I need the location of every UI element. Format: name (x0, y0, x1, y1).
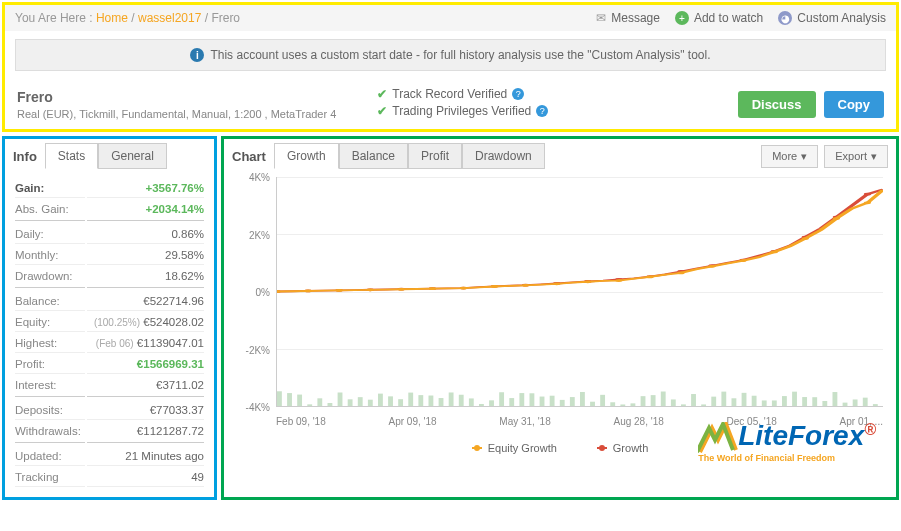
info-panel: Info Stats General Gain:+3567.76% Abs. G… (2, 136, 217, 500)
stat-row: Tracking49 (15, 468, 204, 487)
chevron-down-icon: ▾ (801, 150, 807, 163)
svg-rect-38 (489, 400, 494, 406)
svg-rect-43 (439, 398, 444, 406)
main-row: Info Stats General Gain:+3567.76% Abs. G… (2, 136, 899, 500)
legend-growth: Growth (597, 442, 648, 454)
message-link[interactable]: ✉ Message (596, 11, 660, 25)
tab-stats[interactable]: Stats (45, 143, 98, 169)
svg-rect-45 (418, 395, 423, 406)
stat-row: Highest:(Feb 06) €1139047.01 (15, 334, 204, 353)
svg-point-83 (367, 288, 374, 291)
chart-area: 4K% 2K% 0% -2K% -4K% Feb 09, '18 Apr 09,… (232, 177, 888, 437)
account-row: Frero Real (EUR), Tickmill, Fundamental,… (5, 79, 896, 129)
svg-rect-58 (287, 393, 292, 406)
svg-rect-51 (358, 397, 363, 406)
svg-point-89 (553, 282, 560, 285)
gain-row: Gain:+3567.76% (15, 179, 204, 198)
account-details: Real (EUR), Tickmill, Fundamental, Manua… (17, 108, 377, 120)
export-button[interactable]: Export ▾ (824, 145, 888, 168)
svg-point-82 (336, 289, 343, 292)
svg-rect-33 (540, 397, 545, 406)
svg-rect-55 (317, 398, 322, 406)
svg-rect-29 (580, 392, 585, 406)
info-icon: i (190, 48, 204, 62)
breadcrumb-user[interactable]: wassel2017 (138, 11, 201, 25)
svg-rect-8 (792, 392, 797, 406)
svg-rect-9 (782, 396, 787, 406)
stat-row: Withdrawals:€1121287.72 (15, 422, 204, 443)
svg-rect-4 (833, 392, 838, 406)
svg-rect-20 (671, 399, 676, 406)
svg-point-93 (677, 272, 684, 275)
notice-text: This account uses a custom start date - … (210, 48, 710, 62)
chart-tabs: Growth Balance Profit Drawdown (274, 143, 545, 169)
plus-icon: + (675, 11, 689, 25)
svg-rect-17 (701, 404, 706, 406)
svg-point-98 (833, 217, 840, 220)
info-title: Info (13, 144, 45, 169)
stat-row: Interest:€3711.02 (15, 376, 204, 397)
svg-rect-37 (499, 392, 504, 406)
svg-rect-26 (610, 402, 615, 406)
stat-row: Profit:€1566969.31 (15, 355, 204, 374)
tab-drawdown[interactable]: Drawdown (462, 143, 545, 169)
svg-point-97 (802, 237, 809, 240)
discuss-button[interactable]: Discuss (738, 91, 816, 118)
chart-panel: Chart Growth Balance Profit Drawdown Mor… (221, 136, 899, 500)
svg-rect-59 (277, 391, 282, 406)
info-header: Info Stats General (13, 143, 206, 169)
svg-point-88 (522, 284, 529, 287)
svg-rect-5 (822, 401, 827, 406)
envelope-icon: ✉ (596, 11, 606, 25)
stat-row: Monthly:29.58% (15, 246, 204, 265)
svg-rect-1 (863, 398, 868, 406)
notice-bar: i This account uses a custom start date … (15, 39, 886, 71)
svg-rect-39 (479, 404, 484, 406)
svg-rect-35 (519, 393, 524, 406)
stat-row: Balance:€522714.96 (15, 290, 204, 311)
tab-profit[interactable]: Profit (408, 143, 462, 169)
svg-rect-12 (752, 396, 757, 406)
chart-header: Chart Growth Balance Profit Drawdown Mor… (232, 143, 888, 169)
svg-rect-18 (691, 394, 696, 406)
svg-point-84 (398, 288, 405, 291)
help-icon[interactable]: ? (512, 88, 524, 100)
svg-point-79 (864, 193, 871, 196)
svg-point-90 (584, 280, 591, 283)
svg-rect-22 (651, 395, 656, 406)
svg-rect-49 (378, 394, 383, 406)
custom-analysis-link[interactable]: ◕ Custom Analysis (778, 11, 886, 25)
svg-point-92 (646, 276, 653, 279)
svg-rect-47 (398, 399, 403, 406)
legend-equity: Equity Growth (472, 442, 557, 454)
svg-point-96 (771, 251, 778, 254)
help-icon[interactable]: ? (536, 105, 548, 117)
breadcrumb-bar: You Are Here : Home / wassel2017 / Frero… (5, 5, 896, 31)
svg-rect-19 (681, 404, 686, 406)
breadcrumb-prefix: You Are Here : (15, 11, 93, 25)
plot-area[interactable] (276, 177, 883, 407)
svg-rect-52 (348, 399, 353, 406)
svg-rect-2 (853, 399, 858, 406)
copy-button[interactable]: Copy (824, 91, 885, 118)
chart-svg (277, 177, 883, 406)
svg-point-86 (460, 287, 467, 290)
svg-rect-11 (762, 400, 767, 406)
tab-growth[interactable]: Growth (274, 143, 339, 169)
pie-icon: ◕ (778, 11, 792, 25)
tab-general[interactable]: General (98, 143, 167, 169)
breadcrumb-current: Frero (211, 11, 240, 25)
svg-rect-48 (388, 396, 393, 406)
svg-rect-3 (843, 403, 848, 406)
svg-rect-50 (368, 400, 373, 406)
legend-dot-icon (472, 447, 482, 449)
chevron-down-icon: ▾ (871, 150, 877, 163)
svg-rect-44 (429, 396, 434, 406)
tab-balance[interactable]: Balance (339, 143, 408, 169)
more-button[interactable]: More ▾ (761, 145, 818, 168)
svg-rect-54 (328, 403, 333, 406)
svg-rect-15 (721, 392, 726, 406)
svg-rect-14 (732, 398, 737, 406)
add-watch-link[interactable]: + Add to watch (675, 11, 763, 25)
breadcrumb-home[interactable]: Home (96, 11, 128, 25)
